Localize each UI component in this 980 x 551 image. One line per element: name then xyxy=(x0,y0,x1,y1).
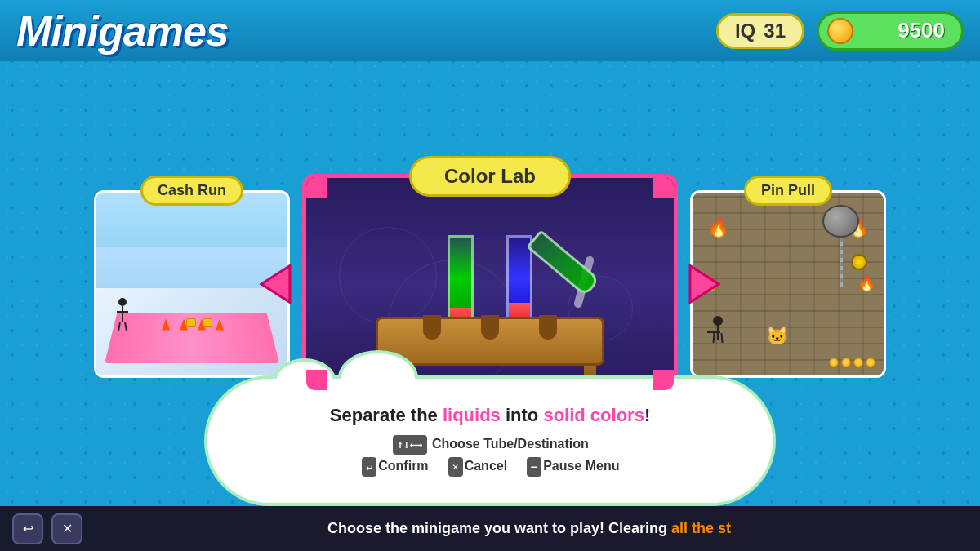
bottom-message: Choose the minigame you want to play! Cl… xyxy=(91,520,968,537)
prev-minigame-button[interactable] xyxy=(253,261,298,306)
rack-hole-2 xyxy=(481,315,499,340)
instruction-main: Separate the liquids into solid colors! xyxy=(330,405,650,426)
iq-value: 31 xyxy=(764,20,786,42)
instruction-controls: ↑↓←→ Choose Tube/Destination ↵Confirm ✕C… xyxy=(330,433,650,477)
torch-left: 🔥 xyxy=(707,217,729,238)
iq-display: IQ 31 xyxy=(716,13,804,49)
cloud-description: Separate the liquids into solid colors! … xyxy=(204,375,776,506)
control-line-2: ↵Confirm ✕Cancel –Pause Menu xyxy=(330,455,650,477)
cat-character: 🐱 xyxy=(766,326,788,347)
control2-label: Confirm xyxy=(378,459,428,473)
svg-marker-1 xyxy=(690,265,719,302)
undo-button[interactable]: ↩ xyxy=(12,513,43,544)
coin-pile xyxy=(829,358,875,367)
svg-marker-0 xyxy=(261,265,290,302)
instruction-suffix: ! xyxy=(644,405,650,425)
instruction-middle: into xyxy=(501,405,544,425)
close-icon: ✕ xyxy=(62,521,73,536)
pin-pull-label: Pin Pull xyxy=(744,176,832,206)
pin-mechanism xyxy=(851,254,867,270)
pause-key-icon: – xyxy=(527,457,541,477)
cloud-content: Separate the liquids into solid colors! … xyxy=(330,405,650,477)
wooden-rack xyxy=(376,317,604,366)
rack-hole-1 xyxy=(423,315,441,340)
color-lab-label: Color Lab xyxy=(409,156,571,197)
corner-tr xyxy=(653,174,678,198)
close-button[interactable]: ✕ xyxy=(51,513,82,544)
boulder xyxy=(822,205,859,238)
corner-tl xyxy=(302,174,327,198)
undo-icon: ↩ xyxy=(23,521,33,536)
iq-label: IQ xyxy=(735,20,755,42)
rack-hole-3 xyxy=(539,315,557,340)
instruction-prefix: Separate the xyxy=(330,405,443,425)
confirm-key-icon: ↵ xyxy=(362,457,376,477)
bottom-bar: ↩ ✕ Choose the minigame you want to play… xyxy=(0,506,980,551)
instruction-liquids: liquids xyxy=(443,405,501,425)
cash-run-label: Cash Run xyxy=(140,176,243,206)
bottom-message-prefix: Choose the minigame you want to play! Cl… xyxy=(327,520,671,536)
page-title: Minigames xyxy=(16,7,229,56)
bottom-message-highlight: all the st xyxy=(671,520,731,536)
chain-rope xyxy=(840,238,843,287)
control1-label: Choose Tube/Destination xyxy=(432,437,589,451)
next-minigame-button[interactable] xyxy=(682,261,727,306)
coin-icon xyxy=(827,18,853,44)
control4-label: Pause Menu xyxy=(543,459,619,473)
control-line-1: ↑↓←→ Choose Tube/Destination xyxy=(330,433,650,455)
header: Minigames IQ 31 9500 xyxy=(0,0,980,61)
coin-value: 9500 xyxy=(898,18,945,43)
coin-display: 9500 xyxy=(817,11,964,51)
torch-lower-right: 🔥 xyxy=(858,274,875,292)
instruction-solid-colors: solid colors xyxy=(543,405,644,425)
control3-label: Cancel xyxy=(465,459,507,473)
arrow-keys-icon: ↑↓←→ xyxy=(393,435,426,455)
player-character xyxy=(713,316,723,343)
header-stats: IQ 31 9500 xyxy=(716,11,964,51)
cancel-key-icon: ✕ xyxy=(448,457,463,477)
